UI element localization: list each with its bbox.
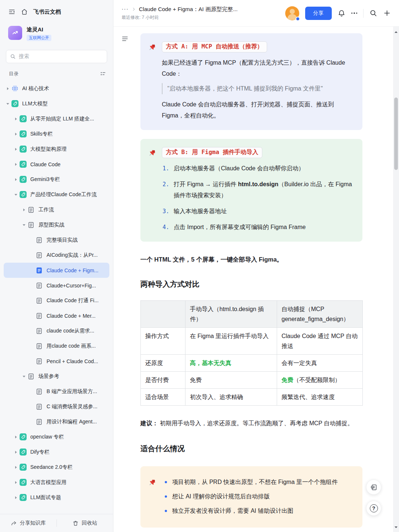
vertical-scrollbar[interactable] — [393, 27, 399, 532]
tree-item[interactable]: C 端消费场景灵感参... — [4, 399, 109, 414]
method-b-step: 1.启动本地服务器（Claude Code 会自动帮你启动） — [162, 163, 354, 174]
home-icon[interactable] — [21, 8, 28, 16]
fit-case-item: 想让 AI 理解你的设计规范后自动排版 — [162, 491, 354, 502]
share-button[interactable]: 分享 — [305, 7, 332, 20]
tree-item[interactable]: Gemini3专栏 — [4, 172, 109, 187]
tree-item[interactable]: openclaw 专栏 — [4, 429, 109, 444]
heading-compare: 两种导入方式对比 — [140, 279, 362, 289]
chevron-right-icon[interactable] — [13, 481, 19, 484]
comments-panel-button[interactable] — [366, 480, 381, 495]
table-header-cell — [141, 301, 185, 328]
tree-item[interactable]: 产品经理Claude Code工作流 — [4, 187, 109, 202]
tree-item[interactable]: Claude Code + Figm... — [4, 263, 109, 278]
tree-item[interactable]: claude code从需求... — [4, 323, 109, 338]
create-new-icon[interactable] — [383, 9, 391, 17]
tree-item[interactable]: 场景参考 — [4, 369, 109, 384]
space-header[interactable]: 途灵AI 互联网公开 — [0, 19, 113, 45]
table-row-label: 还原度 — [141, 355, 185, 372]
tree-item[interactable]: Claude Code 打通 Fi... — [4, 293, 109, 308]
callout-method-b: 方式 B: 用 Figma 插件手动导入 1.启动本地服务器（Claude Co… — [140, 139, 362, 242]
tree-item[interactable]: 大语言模型应用 — [4, 475, 109, 490]
breadcrumb-more-button[interactable]: ··· — [122, 7, 129, 11]
globe-icon — [11, 85, 18, 92]
chevron-down-icon[interactable] — [21, 223, 27, 227]
breadcrumb-document-title[interactable]: Claude Code + Figma：AI 画原型完整... — [139, 6, 238, 13]
tree-item[interactable]: Claude Code + Mer... — [4, 308, 109, 323]
chevron-right-icon[interactable] — [13, 132, 19, 136]
share-icon — [11, 520, 17, 526]
space-name: 途灵AI — [27, 26, 51, 33]
tree-item[interactable]: AI 核心技术 — [4, 81, 109, 96]
chevron-right-icon[interactable] — [13, 466, 19, 469]
tree-item[interactable]: LLM面试专题 — [4, 490, 109, 505]
tree-item[interactable]: 用claude code 画系... — [4, 338, 109, 354]
tree-item-label: Pencil + Claude Cod... — [47, 358, 98, 364]
recycle-bin-button[interactable]: 回收站 — [57, 520, 113, 526]
chevron-right-icon[interactable] — [13, 163, 19, 166]
tree-item-label: 工作流 — [38, 207, 54, 213]
chevron-down-icon[interactable] — [13, 193, 19, 197]
directory-label: 目录 — [9, 71, 18, 77]
more-options-icon[interactable] — [351, 13, 358, 14]
table-cell: 免费（不受配额限制） — [277, 372, 363, 389]
table-row-label: 操作方式 — [141, 328, 185, 355]
chevron-right-icon[interactable] — [13, 117, 19, 121]
collapse-sidebar-icon[interactable] — [8, 8, 16, 16]
space-visibility-badge: 互联网公开 — [27, 35, 51, 41]
tree-item[interactable]: 工作流 — [4, 202, 109, 217]
tree-item-label: 从零开始搞定 LLM 搭建全... — [30, 116, 94, 122]
help-button[interactable]: ? — [366, 501, 381, 516]
scroll-up-arrow[interactable] — [394, 30, 398, 34]
tag-icon — [19, 130, 27, 137]
search-input[interactable]: 搜索 — [6, 50, 107, 63]
tree-item[interactable]: 完整项目实战 — [4, 232, 109, 248]
tree-item[interactable]: Seedance 2.0专栏 — [4, 460, 109, 475]
chevron-down-icon[interactable] — [4, 102, 11, 106]
chevron-right-icon — [132, 7, 136, 11]
tree-item[interactable]: B 端产业应用场景方... — [4, 384, 109, 399]
tree-item[interactable]: 从零开始搞定 LLM 搭建全... — [4, 111, 109, 126]
doc-outline-toggle-icon[interactable] — [122, 35, 129, 42]
chevron-right-icon[interactable] — [4, 87, 11, 91]
tree-item[interactable]: Claude+Cursor+Fig... — [4, 278, 109, 293]
tree-item-label: Seedance 2.0专栏 — [30, 464, 72, 471]
scrollbar-thumb[interactable] — [394, 98, 398, 170]
chevron-right-icon[interactable] — [21, 208, 27, 212]
doc-icon — [35, 313, 43, 319]
tree-item[interactable]: Dify专栏 — [4, 444, 109, 460]
chevron-right-icon[interactable] — [13, 450, 19, 454]
tree-item-label: C 端消费场景灵感参... — [47, 403, 98, 410]
share-knowledge-base-button[interactable]: 分享知识库 — [0, 520, 57, 526]
tree-item[interactable]: Pencil + Claude Cod... — [4, 354, 109, 369]
chevron-down-icon[interactable] — [21, 375, 27, 378]
doc-icon — [35, 237, 43, 243]
tag-icon — [19, 115, 27, 122]
table-cell: Claude Code 通过 MCP 自动推送 — [277, 328, 363, 355]
tree-item[interactable]: 原型图实战 — [4, 217, 109, 232]
tree-item[interactable]: Claude Code — [4, 157, 109, 172]
fit-case-item: 独立开发者没有设计师，需要 AI 辅助设计出图 — [162, 505, 354, 516]
tree-item[interactable]: 大模型架构原理 — [4, 141, 109, 157]
doc-icon — [27, 207, 35, 213]
tree-item[interactable]: LLM大模型 — [4, 96, 109, 111]
doc-icon — [35, 388, 43, 395]
tag-icon — [19, 146, 27, 153]
chevron-right-icon[interactable] — [13, 435, 19, 439]
global-search-icon[interactable] — [369, 9, 377, 17]
notification-bell-icon[interactable] — [338, 9, 345, 17]
tree-item-label: 大语言模型应用 — [30, 479, 66, 486]
tree-item[interactable]: AICoding实战：从Pr... — [4, 248, 109, 263]
tree-item[interactable]: 用设计和编程 Agent... — [4, 414, 109, 429]
pushpin-icon — [149, 478, 162, 516]
avatar[interactable] — [285, 6, 299, 20]
outline-list-icon[interactable] — [100, 71, 106, 77]
scroll-down-arrow[interactable] — [394, 525, 398, 529]
tree-item[interactable]: Skills专栏 — [4, 126, 109, 141]
doc-icon — [35, 403, 43, 410]
doc-icon — [27, 373, 35, 380]
doc-icon — [35, 267, 43, 274]
table-cell: 初次导入、追求精确 — [185, 389, 277, 406]
chevron-right-icon[interactable] — [13, 178, 19, 181]
chevron-right-icon[interactable] — [13, 147, 19, 151]
chevron-right-icon[interactable] — [13, 496, 19, 499]
